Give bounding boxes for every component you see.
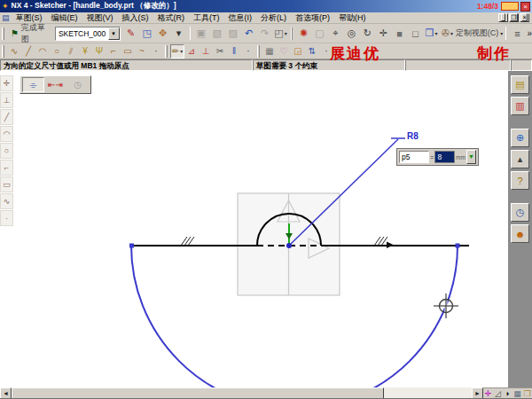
radius-dimension-label[interactable]: R8 [407,131,419,141]
menu-analysis[interactable]: 分析(L) [256,12,291,24]
center-point[interactable] [286,243,292,248]
menu-view[interactable]: 视图(V) [82,12,118,24]
crosshair-tool-icon[interactable]: ✛ [0,75,13,91]
perpendicular-tool-icon[interactable]: ⊥ [0,92,13,108]
arc-tool-icon[interactable]: ◠ [0,126,13,142]
history-icon[interactable]: ◷ [511,203,529,222]
alternate-solution-icon[interactable]: ♡ [277,44,291,59]
combo-dropdown-icon[interactable]: ▼ [108,27,120,40]
more-dims-icon[interactable]: · [241,44,255,59]
toolbar-grip[interactable] [2,27,4,40]
menu-preferences[interactable]: 首选项(P) [291,12,334,24]
blank-icon[interactable]: ▢ [311,26,327,42]
update-model-icon[interactable]: ⇅ [305,44,319,59]
custom-view-button[interactable]: 定制视图(C) ▾ [455,26,503,42]
copy-icon: ▨ [228,27,237,39]
angular-dimension-mode-icon[interactable]: ◷ [66,77,89,92]
screen-capture-icon[interactable]: ◰▾ [273,26,289,42]
line-icon[interactable]: ╱ [21,44,35,59]
recorder-close-icon[interactable]: × [520,2,530,12]
zoom-icon[interactable]: ◎ [343,26,359,42]
toolbar-grip[interactable] [257,45,260,58]
apply-value-button[interactable]: ▼ [466,150,476,164]
sketch-curve-icon[interactable]: ✎ [123,26,139,42]
toolbar-grip[interactable] [291,27,293,40]
menu-info[interactable]: 信息(I) [224,12,257,24]
rectangle-icon[interactable]: ▭ [121,44,135,59]
toolbar-grip[interactable] [2,45,4,58]
chevron-down-icon[interactable]: ▾ [180,48,183,54]
more-curves-icon[interactable]: · [149,44,163,59]
save-icon[interactable]: ▣ [193,26,209,42]
horizontal-dimension-mode-icon[interactable]: ⇤⇥ [44,77,66,92]
pan-view-icon[interactable]: ✛ [375,26,391,42]
infer-constraints-icon[interactable]: ◲ [291,44,305,59]
fillet-icon[interactable]: ⌐ [106,44,121,59]
profile-icon[interactable]: ∿ [7,44,21,59]
part-navigator-icon[interactable]: ▥ [511,97,529,115]
redo-icon[interactable]: ↷ [257,26,273,42]
toolbar-grip[interactable] [165,45,168,58]
chevron-down-icon[interactable]: ▾ [434,30,437,36]
chevron-down-icon[interactable]: ▾ [450,30,453,36]
expression-name-field[interactable]: p5 [399,151,429,163]
sketch-canvas[interactable]: ✛⊥╱◠○⌐▭∿· ⌯⇤⇥◷ R8 p5 = 8 mm ▼ [0,71,508,387]
finish-sketch-button[interactable]: ⚑ 完成草图 [7,26,52,42]
more-sketch-tools-icon[interactable]: ▾ [171,26,187,42]
line-tool-icon[interactable]: ╱ [0,109,13,125]
arc-icon[interactable]: ◠ [35,44,50,59]
refresh-icon[interactable]: ✺ [295,26,311,42]
orient-view-icon[interactable]: ❒▾ [423,26,439,42]
convert-to-reference-icon[interactable]: ▦ [262,44,277,59]
mdi-close-button[interactable]: × [520,13,529,22]
menu-help[interactable]: 帮助(H) [334,12,371,24]
derived-lines-icon[interactable]: ⫽ [64,44,78,59]
menu-edit[interactable]: 编辑(E) [47,12,82,24]
toolbar-overflow-icon[interactable]: » [527,28,532,38]
quick-extend-icon[interactable]: Ψ [92,44,106,59]
constraints-icon: ⊿ [188,46,195,56]
menu-insert[interactable]: 插入(S) [118,12,153,24]
circle-tool-icon[interactable]: ○ [0,143,13,159]
circle-icon[interactable]: ○ [50,44,64,59]
radius-dimension-leader[interactable] [291,138,405,244]
animate-dimension-icon[interactable]: ‖ [227,44,241,59]
more-aux-icon: · [325,46,327,56]
constraints-icon[interactable]: ⊿ [184,44,199,59]
auto-constrain-icon[interactable]: ⊥ [199,44,213,59]
endpoint-left[interactable] [129,244,134,248]
internet-icon[interactable]: ⊕ [511,129,529,147]
studio-spline-icon[interactable]: ~ [135,44,149,59]
endpoint-right[interactable] [456,244,460,248]
rotate-view-icon[interactable]: ↻ [359,26,375,42]
rect-tool-icon[interactable]: ▭ [0,176,13,192]
roles-cap-icon[interactable]: ▴ [511,150,529,168]
chevron-down-icon[interactable]: ▾ [285,30,287,36]
mdi-minimize-button[interactable]: _ [498,13,508,22]
menu-format[interactable]: 格式(R) [153,12,190,24]
menu-tools[interactable]: 工具(T) [189,12,224,24]
shaded-view-icon[interactable]: ■ [391,26,407,42]
undo-icon[interactable]: ↶ [241,26,257,42]
reattach-sketch-icon[interactable]: ✥ [155,26,171,42]
cut-icon[interactable]: ▧ [209,26,225,42]
copy-icon[interactable]: ▨ [225,26,241,42]
dimension-value-field[interactable]: 8 [434,151,455,163]
inferred-dimensions-icon[interactable]: ✏▾ [170,44,184,59]
fit-view-icon[interactable]: ⌖ [327,26,343,42]
sketch-name-combo[interactable]: SKETCH_000 ▼ [55,27,121,41]
wireframe-view-icon[interactable]: □ [407,26,423,42]
toolbar-list-icon[interactable]: ≡ [509,26,525,42]
assembly-navigator-icon[interactable]: ▤ [511,75,529,94]
snapshot-icon[interactable]: ✇▾ [439,26,455,42]
help-icon[interactable]: ? [511,171,529,190]
inferred-dimension-mode-icon[interactable]: ⌯ [22,77,44,92]
corner-tool-icon[interactable]: ⌐ [0,160,13,176]
roles-people-icon[interactable]: ☻ [511,224,529,243]
show-all-constraints-icon[interactable]: ✂ [213,44,227,59]
quick-trim-icon[interactable]: ¥ [78,44,92,59]
mdi-restore-button[interactable]: ❐ [509,13,519,22]
point-tool-icon[interactable]: · [0,210,13,226]
orient-view-to-sketch-icon[interactable]: ◳ [139,26,155,42]
curve-tool-icon[interactable]: ∿ [0,193,13,209]
